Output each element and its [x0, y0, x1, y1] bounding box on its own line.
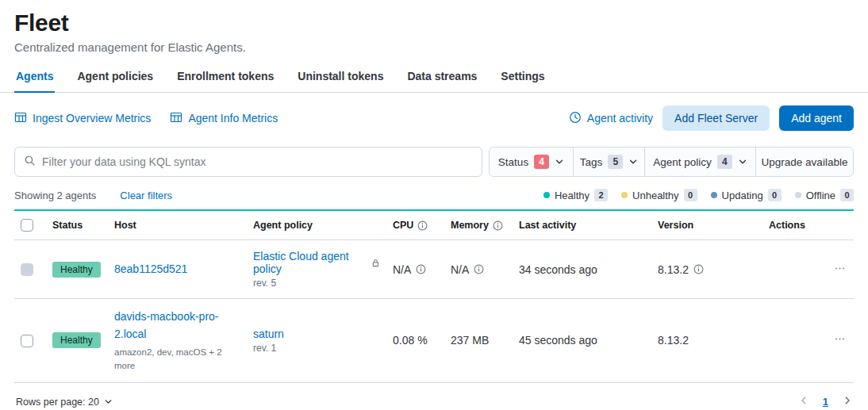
page-subtitle: Centralized management for Elastic Agent… — [14, 40, 854, 54]
status-badge: Healthy — [52, 332, 101, 348]
status-badge: Healthy — [52, 262, 101, 278]
column-header-last-activity: Last activity — [519, 220, 576, 231]
chevron-down-icon — [555, 157, 564, 167]
legend-healthy-count-badge: 2 — [594, 189, 608, 201]
column-header-memory: Memory — [451, 220, 489, 231]
info-icon[interactable] — [474, 264, 484, 274]
column-header-version: Version — [658, 220, 693, 231]
next-page-button[interactable] — [841, 394, 854, 409]
column-header-host: Host — [114, 220, 136, 231]
status-filter-label: Status — [498, 156, 528, 168]
agent-policy-filter-button[interactable]: Agent policy 4 — [645, 148, 756, 176]
legend-healthy[interactable]: Healthy 2 — [543, 189, 608, 201]
fleet-tabs: Agents Agent policies Enrollment tokens … — [0, 67, 868, 93]
legend-unhealthy[interactable]: Unhealthy 0 — [621, 189, 697, 201]
info-icon[interactable] — [416, 264, 426, 274]
fleet-page: Fleet Centralized management for Elastic… — [0, 10, 868, 410]
memory-value: 237 MB — [451, 334, 489, 347]
select-all-checkbox[interactable] — [21, 219, 33, 232]
previous-page-button[interactable] — [797, 394, 810, 409]
clock-icon — [569, 111, 582, 126]
agents-table: Status Host Agent policy CPU Memory Last… — [14, 209, 854, 383]
ingest-overview-metrics-link[interactable]: Ingest Overview Metrics — [14, 111, 151, 126]
info-icon[interactable] — [493, 220, 503, 231]
page-title: Fleet — [14, 10, 854, 36]
chevron-down-icon — [738, 157, 747, 167]
tab-settings[interactable]: Settings — [499, 67, 546, 93]
host-link[interactable]: 8eab1125d521 — [114, 261, 187, 278]
rows-per-page-label: Rows per page: 20 — [16, 397, 99, 408]
legend-healthy-label: Healthy — [555, 190, 590, 201]
legend-unhealthy-count-badge: 0 — [684, 189, 697, 201]
tab-enrollment-tokens[interactable]: Enrollment tokens — [175, 67, 275, 93]
tab-uninstall-tokens[interactable]: Uninstall tokens — [296, 67, 385, 93]
search-icon — [24, 155, 36, 169]
chevron-right-icon — [843, 396, 852, 408]
add-agent-button[interactable]: Add agent — [779, 105, 854, 131]
chevron-left-icon — [799, 396, 808, 408]
add-fleet-server-button[interactable]: Add Fleet Server — [663, 105, 770, 131]
agent-row-2: Healthy davids-macbook-pro-2.local amazo… — [14, 299, 854, 383]
status-filter-count-badge: 4 — [534, 155, 549, 169]
table-footer: Rows per page: 20 1 — [14, 393, 854, 410]
healthy-dot-icon — [543, 192, 550, 198]
row-actions-button[interactable] — [832, 259, 847, 280]
tab-agent-policies[interactable]: Agent policies — [75, 67, 155, 93]
legend-offline-label: Offline — [806, 190, 835, 201]
status-legend: Healthy 2 Unhealthy 0 Updating 0 Offline… — [543, 189, 854, 201]
kql-search-box — [14, 147, 482, 177]
ellipsis-icon — [834, 265, 846, 277]
legend-updating-label: Updating — [722, 190, 763, 201]
agent-info-metrics-label: Agent Info Metrics — [188, 112, 278, 125]
legend-offline[interactable]: Offline 0 — [795, 189, 854, 201]
legend-offline-count-badge: 0 — [840, 189, 854, 201]
agent-row-1: Healthy 8eab1125d521 Elastic Cloud agent… — [14, 240, 854, 299]
policy-revision: rev. 1 — [253, 343, 380, 354]
policy-revision: rev. 5 — [253, 278, 380, 289]
agent-activity-label: Agent activity — [587, 112, 653, 125]
page-1-button[interactable]: 1 — [820, 394, 832, 409]
legend-unhealthy-label: Unhealthy — [632, 190, 679, 201]
last-activity-value: 45 seconds ago — [519, 334, 597, 347]
table-header-row: Status Host Agent policy CPU Memory Last… — [14, 210, 854, 240]
column-header-agent-policy: Agent policy — [253, 220, 313, 231]
agent-policy-filter-count-badge: 4 — [717, 155, 732, 169]
chevron-down-icon — [628, 157, 638, 167]
upgrade-available-filter-button[interactable]: Upgrade available — [756, 148, 853, 176]
legend-updating[interactable]: Updating 0 — [711, 189, 782, 201]
agent-activity-button[interactable]: Agent activity — [569, 111, 653, 126]
metrics-table-icon — [14, 111, 27, 126]
summary-left: Showing 2 agents Clear filters — [14, 190, 172, 201]
agent-policy-link[interactable]: saturn — [253, 328, 284, 340]
row-actions-button[interactable] — [832, 330, 847, 351]
last-activity-value: 34 seconds ago — [519, 263, 597, 276]
tab-agents[interactable]: Agents — [14, 67, 55, 93]
row-checkbox[interactable] — [21, 335, 33, 347]
ellipsis-icon — [834, 335, 846, 347]
column-header-actions: Actions — [769, 220, 805, 231]
kql-search-input[interactable] — [42, 155, 473, 168]
cpu-value: N/A — [393, 263, 411, 276]
tab-data-streams[interactable]: Data streams — [405, 67, 478, 93]
summary-row: Showing 2 agents Clear filters Healthy 2… — [14, 189, 854, 201]
status-filter-button[interactable]: Status 4 — [490, 148, 574, 176]
info-icon[interactable] — [417, 220, 428, 231]
tags-filter-button[interactable]: Tags 5 — [574, 148, 645, 176]
agent-policy-filter-label: Agent policy — [653, 156, 712, 168]
agent-policy-link[interactable]: Elastic Cloud agent policy — [253, 250, 367, 275]
agents-count-text: Showing 2 agents — [14, 190, 96, 201]
cpu-value: 0.08 % — [393, 334, 428, 347]
version-value: 8.13.2 — [658, 334, 689, 347]
tags-filter-label: Tags — [580, 156, 603, 168]
memory-value: N/A — [451, 263, 469, 276]
row-checkbox — [21, 263, 33, 276]
filter-bar: Status 4 Tags 5 Agent policy 4 — [14, 147, 854, 177]
metrics-table-icon — [170, 111, 182, 126]
version-value: 8.13.2 — [658, 263, 689, 276]
host-link[interactable]: davids-macbook-pro-2.local — [114, 308, 235, 343]
clear-filters-link[interactable]: Clear filters — [120, 190, 172, 201]
info-icon[interactable] — [693, 264, 704, 274]
rows-per-page-button[interactable]: Rows per page: 20 — [14, 393, 114, 410]
agent-info-metrics-link[interactable]: Agent Info Metrics — [170, 111, 278, 126]
toolbar-actions: Agent activity Add Fleet Server Add agen… — [569, 105, 854, 131]
